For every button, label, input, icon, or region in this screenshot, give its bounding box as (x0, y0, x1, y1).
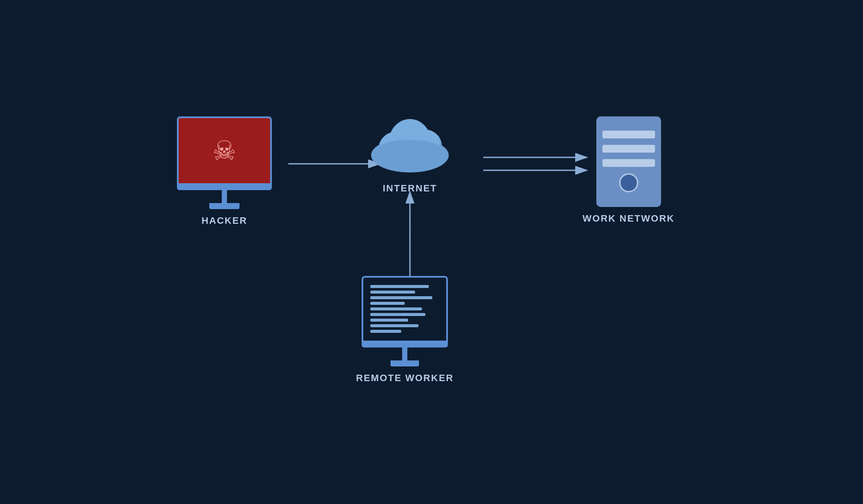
main-diagram: ☠ HACKER INTERNET (0, 0, 863, 504)
remote-screen (362, 276, 448, 341)
hacker-monitor-neck (222, 190, 227, 203)
remote-monitor (362, 276, 448, 366)
remote-monitor-stand (391, 360, 419, 366)
internet-label: INTERNET (383, 183, 437, 194)
remote-worker-label: REMOTE WORKER (356, 373, 454, 384)
hacker-screen: ☠ (177, 116, 272, 183)
code-line-8 (370, 324, 419, 327)
code-line-7 (370, 319, 408, 322)
remote-monitor-neck (402, 347, 407, 360)
internet-node: INTERNET (362, 112, 457, 194)
svg-point-12 (372, 140, 448, 171)
code-line-5 (370, 307, 422, 310)
code-line-1 (370, 285, 429, 288)
hacker-node: ☠ HACKER (177, 116, 272, 226)
server-disk (619, 173, 638, 192)
cloud-icon (362, 112, 457, 177)
hacker-monitor: ☠ (177, 116, 272, 209)
code-line-2 (370, 291, 415, 294)
server-stripe-2 (602, 145, 655, 153)
server-stripe-3 (602, 159, 655, 167)
hacker-monitor-base (177, 183, 272, 190)
hacker-monitor-stand (209, 203, 239, 209)
skull-icon: ☠ (212, 135, 236, 166)
remote-worker-node: REMOTE WORKER (356, 276, 454, 384)
code-line-3 (370, 296, 432, 299)
code-line-6 (370, 313, 425, 316)
remote-monitor-base (362, 341, 448, 347)
work-network-label: WORK NETWORK (583, 213, 674, 224)
server-stripe-1 (602, 131, 655, 138)
code-line-9 (370, 330, 401, 333)
server-icon (596, 116, 661, 207)
code-line-4 (370, 302, 405, 305)
work-network-node: WORK NETWORK (583, 116, 674, 224)
hacker-label: HACKER (202, 215, 247, 226)
